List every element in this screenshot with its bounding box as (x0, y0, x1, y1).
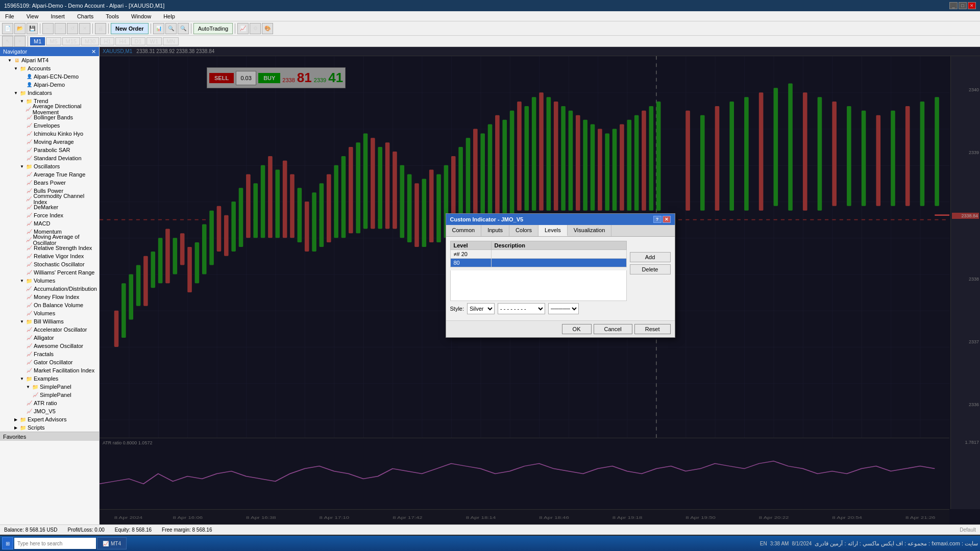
nav-money-flow[interactable]: 📈 Money Flow Index (0, 293, 99, 301)
autotrade-button[interactable]: AutoTrading (193, 23, 233, 34)
nav-stochastic[interactable]: 📈 Stochastic Oscillator (0, 260, 99, 268)
modal-close-button[interactable]: ✕ (663, 216, 671, 223)
style-line-type-select[interactable]: - - - - - - - - ───────── · · · · · · · (498, 303, 545, 314)
reset-button[interactable]: Reset (634, 324, 671, 334)
tf-crosshair-btn[interactable]: + (14, 36, 26, 47)
nav-simple-panel-group[interactable]: ▼ 📁 SimplePanel (0, 383, 99, 391)
nav-maos[interactable]: 📈 Moving Average of Oscillator (0, 236, 99, 244)
add-level-button[interactable]: Add (630, 252, 671, 262)
nav-rvi[interactable]: 📈 Relative Vigor Index (0, 252, 99, 260)
toolbar-zoom-in-btn[interactable]: 🔍 (165, 23, 177, 34)
nav-avg-dir[interactable]: 📈 Average Directional Movement (0, 105, 99, 113)
nav-awesome[interactable]: 📈 Awesome Oscillator (0, 342, 99, 350)
tab-inputs[interactable]: Inputs (481, 225, 509, 236)
nav-macd[interactable]: 📈 MACD (0, 219, 99, 228)
nav-jmo-v5[interactable]: 📈 JMO_V5 (0, 407, 99, 415)
nav-indicators-section[interactable]: ▼ 📁 Indicators (0, 89, 99, 97)
ok-button[interactable]: OK (562, 324, 592, 334)
nav-alligator[interactable]: 📈 Alligator (0, 334, 99, 342)
nav-atr[interactable]: 📈 Average True Range (0, 170, 99, 179)
nav-obv[interactable]: 📈 On Balance Volume (0, 301, 99, 309)
toolbar-fwd-btn[interactable]: → (55, 23, 66, 34)
nav-envelopes[interactable]: 📈 Envelopes (0, 121, 99, 130)
nav-volumes-item[interactable]: 📈 Volumes (0, 309, 99, 317)
start-button[interactable]: ⊞ (2, 537, 13, 549)
nav-std-dev[interactable]: 📈 Standard Deviation (0, 154, 99, 162)
tab-colors[interactable]: Colors (509, 225, 538, 236)
nav-moving-avg[interactable]: 📈 Moving Average (0, 138, 99, 146)
toolbar-new-btn[interactable]: 📄 (2, 23, 13, 34)
tab-visualization[interactable]: Visualization (568, 225, 612, 236)
navigator-close-icon[interactable]: ✕ (91, 48, 96, 55)
nav-scripts-section[interactable]: ▶ 📁 Scripts (0, 423, 99, 432)
menu-tools[interactable]: Tools (103, 12, 122, 20)
toolbar-settings-btn[interactable]: ⚙ (250, 23, 261, 34)
menu-insert[interactable]: Insert (47, 12, 68, 20)
style-color-select[interactable]: Silver Red Blue Green Yellow (467, 303, 495, 314)
nav-accounts-section[interactable]: ▼ 📁 Accounts (0, 64, 99, 72)
nav-account-ecn[interactable]: 👤 Alpari-ECN-Demo (0, 72, 99, 81)
tf-m5[interactable]: M5 (46, 37, 61, 45)
nav-bears-power[interactable]: 📈 Bears Power (0, 179, 99, 187)
minimize-button[interactable]: _ (949, 2, 958, 9)
new-order-button[interactable]: New Order (111, 23, 149, 34)
menu-view[interactable]: View (23, 12, 42, 20)
menu-help[interactable]: Help (160, 12, 178, 20)
tf-m15[interactable]: M15 (62, 37, 80, 45)
menu-file[interactable]: File (2, 12, 17, 20)
toolbar-indicator-btn[interactable]: 📈 (237, 23, 249, 34)
taskbar-mt4-app[interactable]: 📈 MT4 (97, 537, 127, 549)
nav-parabolic-sar[interactable]: 📈 Parabolic SAR (0, 146, 99, 154)
nav-williams[interactable]: 📈 Williams' Percent Range (0, 268, 99, 277)
toolbar-back-btn[interactable]: ← (42, 23, 54, 34)
tab-common[interactable]: Common (446, 225, 482, 236)
menu-charts[interactable]: Charts (74, 12, 96, 20)
toolbar-save-btn[interactable]: 💾 (27, 23, 38, 34)
nav-force-idx[interactable]: 📈 Force Index (0, 211, 99, 219)
tf-h4[interactable]: H4 (115, 37, 130, 45)
nav-alpari-root[interactable]: ▼ 🖥 Alpari MT4 (0, 56, 99, 64)
toolbar-print-btn[interactable]: 🖨 (95, 23, 106, 34)
modal-help-button[interactable]: ? (653, 216, 662, 223)
tf-d1[interactable]: D1 (131, 37, 145, 45)
tf-h1[interactable]: H1 (100, 37, 114, 45)
style-line-width-select[interactable]: ────── ━━━━━━ (548, 303, 579, 314)
nav-accum-dist[interactable]: 📈 Accumulation/Distribution (0, 285, 99, 293)
nav-account-demo[interactable]: 👤 Alpari-Demo (0, 81, 99, 89)
nav-rsi[interactable]: 📈 Relative Strength Index (0, 244, 99, 252)
nav-fractals[interactable]: 📈 Fractals (0, 350, 99, 358)
nav-ichimoku[interactable]: 📈 Ichimoku Kinko Hyo (0, 130, 99, 138)
tf-m1[interactable]: M1 (30, 37, 45, 45)
toolbar-chart-btn[interactable]: 📊 (153, 23, 164, 34)
level-desc-input-80[interactable] (495, 260, 623, 266)
nav-volumes-section[interactable]: ▼ 📁 Volumes (0, 277, 99, 285)
nav-oscillators-section[interactable]: ▼ 📁 Oscillators (0, 162, 99, 170)
level-row-20[interactable]: ≠# 20 (450, 250, 626, 259)
cancel-button[interactable]: Cancel (594, 324, 632, 334)
toolbar-refresh-btn[interactable]: ↺ (67, 23, 78, 34)
menu-window[interactable]: Window (128, 12, 154, 20)
delete-level-button[interactable]: Delete (630, 264, 671, 274)
tab-levels[interactable]: Levels (538, 225, 568, 236)
toolbar-zoom-out-btn[interactable]: 🔍 (178, 23, 189, 34)
nav-bill-section[interactable]: ▼ 📁 Bill Williams (0, 317, 99, 325)
nav-cci[interactable]: 📈 Commodity Channel Index (0, 195, 99, 203)
maximize-button[interactable]: □ (959, 2, 967, 9)
nav-atr-ratio[interactable]: 📈 ATR ratio (0, 399, 99, 407)
nav-accel-osc[interactable]: 📈 Accelerator Oscillator (0, 325, 99, 334)
nav-simple-panel-item[interactable]: 📈 SimplePanel (0, 391, 99, 399)
tf-cursor-btn[interactable]: ↖ (2, 36, 13, 47)
level-row-80[interactable] (450, 259, 626, 267)
taskbar-search[interactable] (14, 538, 96, 549)
toolbar-stop-btn[interactable]: ✕ (79, 23, 90, 34)
nav-examples-section[interactable]: ▼ 📁 Examples (0, 374, 99, 383)
toolbar-open-btn[interactable]: 📂 (14, 23, 26, 34)
tf-m30[interactable]: M30 (81, 37, 99, 45)
nav-ea-section[interactable]: ▶ 📁 Expert Advisors (0, 415, 99, 423)
tf-mn[interactable]: MN (163, 37, 179, 45)
toolbar-color-btn[interactable]: 🎨 (262, 23, 273, 34)
tf-w1[interactable]: W1 (146, 37, 162, 45)
nav-mfi[interactable]: 📈 Market Facilitation Index (0, 366, 99, 374)
close-button[interactable]: ✕ (968, 2, 976, 9)
level-input-80[interactable] (454, 260, 479, 266)
